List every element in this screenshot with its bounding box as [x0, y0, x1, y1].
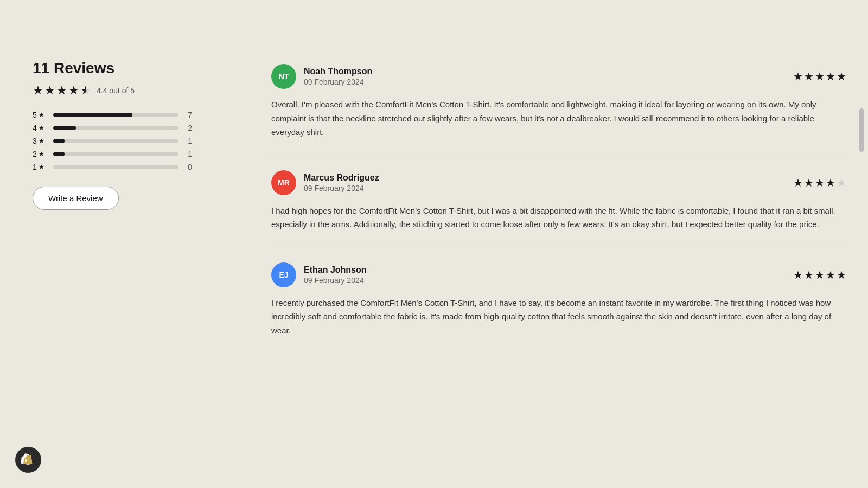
- reviewer-meta-2: Ethan Johnson 09 February 2024: [304, 265, 367, 285]
- review-text-0: Overall, I'm pleased with the ComfortFit…: [271, 98, 846, 139]
- reviewer-meta-1: Marcus Rodriguez 09 February 2024: [304, 173, 379, 192]
- review-star-2-3: ★: [815, 268, 825, 281]
- star-2: ★: [44, 84, 55, 98]
- bar-fill-4: [53, 126, 76, 130]
- star-3: ★: [56, 84, 67, 98]
- star-5-half: ★ ★: [80, 84, 91, 98]
- review-text-2: I recently purchased the ComfortFit Men'…: [271, 296, 846, 338]
- review-star-1-2: ★: [804, 176, 814, 189]
- bar-track-3: [53, 139, 178, 143]
- review-text-1: I had high hopes for the ComfortFit Men'…: [271, 204, 846, 232]
- bar-fill-2: [53, 152, 65, 156]
- review-star-1-5: ★: [837, 176, 846, 189]
- bar-track-4: [53, 126, 178, 130]
- review-star-1-1: ★: [793, 176, 803, 189]
- bar-count-2: 1: [183, 150, 192, 158]
- rating-text: 4.4 out of 5: [97, 86, 135, 95]
- overall-rating: ★ ★ ★ ★ ★ ★ 4.4 out of 5: [33, 84, 250, 98]
- bar-count-1: 0: [183, 163, 192, 171]
- bar-count-3: 1: [183, 137, 192, 145]
- review-header-1: MR Marcus Rodriguez 09 February 2024 ★★★…: [271, 170, 846, 195]
- overall-stars-display: ★ ★ ★ ★ ★ ★: [33, 84, 91, 98]
- review-card-2: EJ Ethan Johnson 09 February 2024 ★★★★★ …: [271, 247, 846, 353]
- svg-text:S: S: [24, 458, 27, 463]
- bar-track-1: [53, 165, 178, 169]
- review-star-2-5: ★: [837, 268, 846, 281]
- reviewer-info-1: MR Marcus Rodriguez 09 February 2024: [271, 170, 379, 195]
- bar-track-2: [53, 152, 178, 156]
- avatar-1: MR: [271, 170, 296, 195]
- bar-label-1: 1 ★: [33, 163, 48, 171]
- bar-star-2: ★: [39, 150, 44, 158]
- reviews-list: NT Noah Thompson 09 February 2024 ★★★★★ …: [271, 33, 846, 352]
- reviews-title: 11 Reviews: [33, 60, 250, 77]
- review-stars-0: ★★★★★: [793, 70, 846, 83]
- review-card-0: NT Noah Thompson 09 February 2024 ★★★★★ …: [271, 49, 846, 155]
- bar-label-2: 2 ★: [33, 150, 48, 158]
- reviewer-name-0: Noah Thompson: [304, 67, 372, 76]
- review-star-0-2: ★: [804, 70, 814, 83]
- bar-star-5: ★: [39, 111, 44, 119]
- review-star-1-4: ★: [826, 176, 835, 189]
- review-star-0-4: ★: [826, 70, 835, 83]
- rating-bars: 5 ★ 7 4 ★ 2 3 ★ 1 2 ★ 1 1 ★: [33, 111, 250, 171]
- bar-label-5: 5 ★: [33, 111, 48, 119]
- review-card-1: MR Marcus Rodriguez 09 February 2024 ★★★…: [271, 155, 846, 247]
- review-star-2-4: ★: [826, 268, 835, 281]
- write-review-button[interactable]: Write a Review: [33, 187, 119, 210]
- bar-track-5: [53, 113, 178, 117]
- bar-row-5: 5 ★ 7: [33, 111, 250, 119]
- bar-label-3: 3 ★: [33, 137, 48, 145]
- review-star-0-5: ★: [837, 70, 846, 83]
- bar-fill-3: [53, 139, 65, 143]
- review-star-2-2: ★: [804, 268, 814, 281]
- scrollbar[interactable]: [859, 108, 864, 152]
- reviewer-name-1: Marcus Rodriguez: [304, 173, 379, 183]
- shopify-badge[interactable]: S: [15, 447, 41, 473]
- reviewer-info-2: EJ Ethan Johnson 09 February 2024: [271, 262, 367, 287]
- review-stars-2: ★★★★★: [793, 268, 846, 281]
- review-star-2-1: ★: [793, 268, 803, 281]
- avatar-0: NT: [271, 64, 296, 89]
- reviewer-date-0: 09 February 2024: [304, 78, 372, 86]
- review-header-0: NT Noah Thompson 09 February 2024 ★★★★★: [271, 64, 846, 89]
- review-star-1-3: ★: [815, 176, 825, 189]
- bar-row-2: 2 ★ 1: [33, 150, 250, 158]
- bar-row-3: 3 ★ 1: [33, 137, 250, 145]
- reviewer-date-2: 09 February 2024: [304, 276, 367, 285]
- avatar-2: EJ: [271, 262, 296, 287]
- reviewer-meta-0: Noah Thompson 09 February 2024: [304, 67, 372, 86]
- bar-row-4: 4 ★ 2: [33, 124, 250, 132]
- review-header-2: EJ Ethan Johnson 09 February 2024 ★★★★★: [271, 262, 846, 287]
- bar-count-4: 2: [183, 124, 192, 132]
- reviewer-date-1: 09 February 2024: [304, 184, 379, 192]
- review-star-0-1: ★: [793, 70, 803, 83]
- left-panel: 11 Reviews ★ ★ ★ ★ ★ ★ 4.4 out of 5 5 ★ …: [33, 33, 250, 352]
- reviewer-info-0: NT Noah Thompson 09 February 2024: [271, 64, 372, 89]
- review-star-0-3: ★: [815, 70, 825, 83]
- bar-row-1: 1 ★ 0: [33, 163, 250, 171]
- bar-star-3: ★: [39, 137, 44, 145]
- bar-label-4: 4 ★: [33, 124, 48, 132]
- reviewer-name-2: Ethan Johnson: [304, 265, 367, 275]
- star-4: ★: [68, 84, 79, 98]
- bar-fill-5: [53, 113, 132, 117]
- bar-count-5: 7: [183, 111, 192, 119]
- review-stars-1: ★★★★★: [793, 176, 846, 189]
- bar-star-4: ★: [39, 124, 44, 132]
- bar-star-1: ★: [39, 163, 44, 171]
- star-1: ★: [33, 84, 43, 98]
